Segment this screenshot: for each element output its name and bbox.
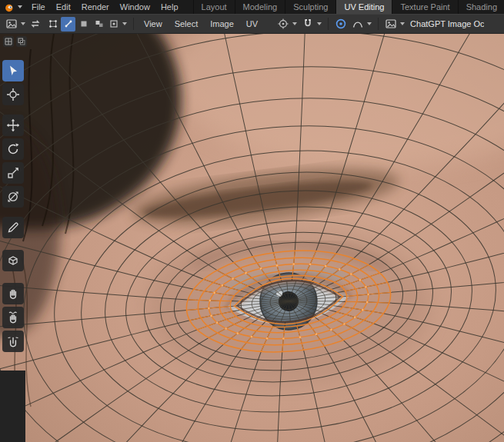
overlap-squares-icon [18,38,25,45]
tool-grab-hand[interactable] [2,283,24,304]
uv-sync-select-icon [30,18,41,29]
edge-mode-icon [63,18,74,29]
snap-dropdown[interactable] [299,16,324,32]
pinch-hand-icon [6,334,20,348]
falloff-dropdown[interactable] [349,16,374,32]
tool-cursor[interactable] [2,84,24,105]
menu-view[interactable]: View [138,15,169,33]
select-arrow-icon [6,64,20,78]
pivot-point-icon [277,18,289,30]
grid-icon [5,38,12,45]
relax-hand-icon [6,311,20,324]
tool-measure-cube[interactable] [2,250,24,271]
uv-selection-mode-group [45,17,106,32]
tool-tweak-select[interactable] [2,60,24,81]
image-icon [385,18,397,30]
uv-editor-header: View Select Image UV [0,14,504,34]
chevron-down-icon [292,22,297,25]
tool-pinch-hand[interactable] [2,331,24,352]
tab-texture-paint[interactable]: Texture Paint [392,0,457,14]
viewport-corner-icons [3,36,27,47]
workspace-tabs: Layout Modeling Sculpting UV Editing Tex… [193,0,504,14]
chevron-down-icon [122,22,127,25]
menu-uv[interactable]: UV [240,15,264,33]
island-mode-icon [94,18,105,29]
blender-logo-icon [3,2,15,13]
menu-window[interactable]: Window [115,0,155,14]
uv-editor-canvas[interactable] [0,34,504,442]
separator [133,18,134,30]
falloff-curve-icon [352,18,364,30]
chevron-down-icon [18,5,22,8]
tab-sculpting[interactable]: Sculpting [285,0,335,14]
sticky-selection-icon [108,18,119,29]
menu-render[interactable]: Render [76,0,115,14]
vertex-mode-icon [48,18,58,29]
image-edge-background [0,371,25,442]
chevron-down-icon [367,22,372,25]
menu-help[interactable]: Help [155,0,184,14]
uv-editor-viewport [0,34,504,442]
tool-annotate[interactable] [2,217,24,238]
separator [378,18,379,30]
face-photo [0,34,504,442]
cursor-crosshair-icon [6,88,20,101]
menu-file[interactable]: File [26,0,51,14]
topbar: File Edit Render Window Help Layout Mode… [0,0,504,14]
viewport-corner-icon-2[interactable] [16,36,27,47]
editor-type-dropdown[interactable] [3,16,28,32]
tool-rotate[interactable] [2,138,24,160]
menu-image[interactable]: Image [204,15,240,33]
separator [328,18,329,30]
rotate-icon [6,142,20,156]
image-browse-dropdown[interactable] [382,16,407,32]
blender-window: File Edit Render Window Help Layout Mode… [0,0,504,442]
scale-icon [6,166,20,180]
pivot-point-dropdown[interactable] [275,16,299,32]
face-mode-icon [78,18,89,29]
cube-icon [6,254,20,268]
tab-modeling[interactable]: Modeling [235,0,285,14]
tab-uv-editing[interactable]: UV Editing [335,0,392,14]
select-mode-vertex-button[interactable] [45,17,60,32]
select-mode-edge-button[interactable] [61,17,75,32]
tool-transform[interactable] [2,186,24,208]
blender-menu-button[interactable] [0,0,26,14]
sticky-selection-dropdown[interactable] [106,17,129,31]
tab-shading[interactable]: Shading [458,0,504,14]
menu-select[interactable]: Select [169,15,205,33]
tool-sidebar [2,60,24,352]
topbar-menus: File Edit Render Window Help [26,0,184,14]
menu-edit[interactable]: Edit [51,0,76,14]
tool-relax-hand[interactable] [2,307,24,328]
annotate-pencil-icon [6,221,20,234]
magnet-icon [302,18,314,30]
select-mode-face-button[interactable] [76,17,91,32]
tab-layout[interactable]: Layout [193,0,235,14]
uv-image-editor-icon [5,18,18,30]
move-arrows-icon [6,118,20,132]
transform-icon [6,190,20,204]
tool-move[interactable] [2,115,24,136]
tool-scale[interactable] [2,162,24,184]
chevron-down-icon [400,22,405,25]
grab-hand-icon [6,287,20,301]
chevron-down-icon [21,22,25,25]
proportional-editing-icon [335,18,347,30]
image-name-field[interactable]: ChatGPT Image Oc [410,19,484,28]
uv-sync-select-toggle[interactable] [28,17,43,31]
proportional-editing-toggle[interactable] [332,16,349,32]
viewport-corner-icon-1[interactable] [3,36,14,47]
chevron-down-icon [317,22,322,25]
select-mode-island-button[interactable] [92,17,106,32]
